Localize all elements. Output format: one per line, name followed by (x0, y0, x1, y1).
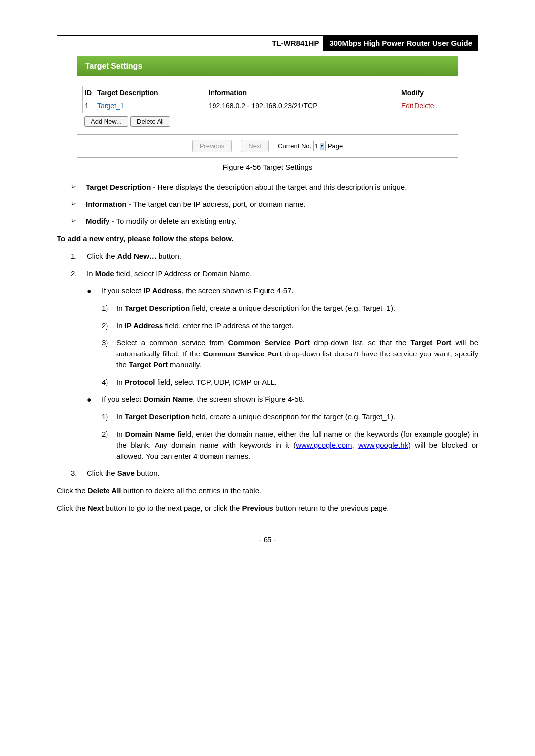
page-label: Page (328, 141, 343, 151)
step-2-1-1: 1) In Target Description field, create a… (102, 303, 478, 314)
step-2-1-2: 2) In IP Address field, enter the IP add… (102, 320, 478, 332)
step-2-2-1: 1) In Target Description field, create a… (102, 411, 478, 423)
model-label: TL-WR841HP (267, 36, 323, 51)
figure-panel-title: Target Settings (77, 56, 458, 76)
chevron-down-icon: ▾ (320, 143, 324, 150)
page-dropdown[interactable]: 1▾ (313, 141, 326, 151)
delete-all-button[interactable]: Delete All (130, 116, 170, 127)
next-button[interactable]: Next (241, 140, 269, 152)
edit-link[interactable]: Edit (401, 102, 413, 110)
current-no-label: Current No. (278, 141, 311, 151)
td-desc: Target_1 (97, 101, 209, 111)
add-new-button[interactable]: Add New... (84, 116, 128, 127)
bullet-target-description: ➢ Target Description - Here displays the… (71, 182, 478, 193)
td-info: 192.168.0.2 - 192.168.0.23/21/TCP (209, 101, 401, 111)
guide-title: 300Mbps High Power Router User Guide (323, 36, 478, 51)
figure-caption: Figure 4-56 Target Settings (57, 162, 478, 173)
steps-heading: To add a new entry, please follow the st… (57, 233, 478, 245)
page-number: - 65 - (57, 534, 478, 546)
th-desc: Target Description (97, 88, 209, 98)
step-2: 2. In Mode field, select IP Address or D… (71, 268, 478, 280)
previous-button[interactable]: Previous (192, 140, 232, 152)
step-2-1-3: 3) Select a common service from Common S… (102, 337, 478, 371)
td-id: 1 (85, 101, 97, 111)
table-header-row: ID Target Description Information Modify (82, 86, 453, 100)
next-prev-paragraph: Click the Next button to go to the next … (57, 503, 478, 514)
sub-domain-name: ● If you select Domain Name, the screen … (87, 394, 478, 405)
link-google-com[interactable]: www.google.com (296, 441, 352, 449)
td-mod: EditDelete (401, 101, 451, 111)
step-2-1-4: 4) In Protocol field, select TCP, UDP, I… (102, 377, 478, 388)
sub-ip-address: ● If you select IP Address, the screen s… (87, 285, 478, 297)
bullet-modify: ➢ Modify - To modify or delete an existi… (71, 216, 478, 227)
th-info: Information (209, 88, 401, 98)
target-settings-figure: Target Settings ID Target Description In… (77, 56, 458, 158)
page-selector: Current No. 1▾ Page (278, 141, 343, 151)
delete-all-paragraph: Click the Delete All button to delete al… (57, 485, 478, 497)
table-row: 1 Target_1 192.168.0.2 - 192.168.0.23/21… (82, 100, 453, 113)
page-header: TL-WR841HP 300Mbps High Power Router Use… (57, 35, 478, 51)
delete-link[interactable]: Delete (414, 102, 434, 110)
step-2-2-2: 2) In Domain Name field, enter the domai… (102, 429, 478, 462)
th-mod: Modify (401, 88, 451, 98)
bullet-information: ➢ Information - The target can be IP add… (71, 199, 478, 210)
th-id: ID (85, 88, 97, 98)
step-3: 3. Click the Save button. (71, 468, 478, 479)
link-google-hk[interactable]: www.google.hk (358, 441, 408, 449)
step-1: 1. Click the Add New… button. (71, 251, 478, 262)
figure-pager: Previous Next Current No. 1▾ Page (77, 134, 458, 157)
